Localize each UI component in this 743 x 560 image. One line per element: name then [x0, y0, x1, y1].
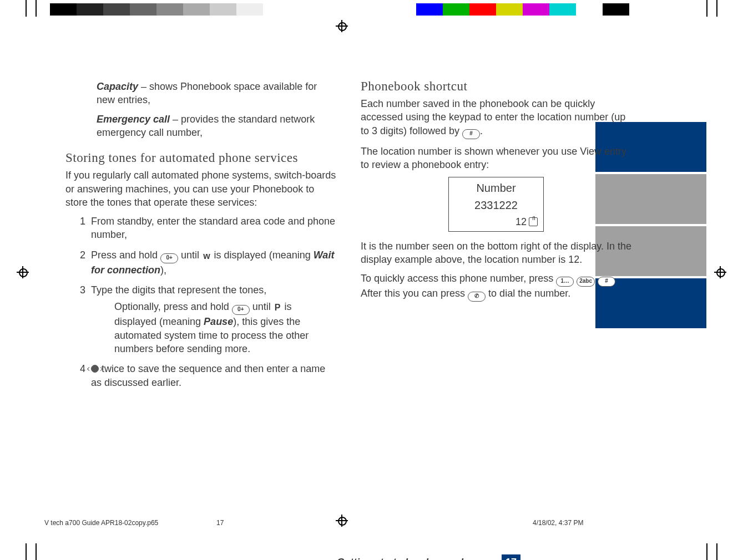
steps-list: From standby, enter the standard area co…	[65, 215, 336, 389]
registration-mark-icon	[336, 515, 348, 527]
step-3-sub: Optionally, press and hold 0+ until P is…	[91, 300, 336, 355]
step-3: Type the digits that represent the tones…	[80, 283, 336, 355]
screen-location: 12	[515, 215, 527, 228]
step-4-text: twice to save the sequence and then ente…	[91, 363, 325, 388]
shortcut-p1-end: .	[480, 125, 483, 136]
crop-line	[26, 0, 27, 17]
grayscale-bar	[50, 3, 263, 16]
page-number-badge: 17	[502, 554, 520, 560]
key-zero-icon: 0+	[160, 253, 178, 263]
crop-line	[36, 0, 37, 17]
step-2-end: ),	[160, 264, 166, 276]
slug-file: V tech a700 Guide APR18-02copy.p65	[44, 518, 158, 527]
slug-stamp: 4/18/02, 4:37 PM	[533, 518, 583, 527]
crop-line	[706, 0, 707, 17]
key-one-icon: 1…	[556, 277, 574, 287]
key-zero-icon: 0+	[232, 305, 250, 315]
slug-page: 17	[216, 518, 224, 527]
capacity-label: Capacity	[97, 81, 138, 92]
shortcut-p1: Each number saved in the phonebook can b…	[361, 97, 631, 139]
page-footer: Getting started and everyday use 17	[65, 554, 520, 560]
nav-dot-icon	[91, 365, 99, 373]
step-3-sub-mid: until	[252, 301, 274, 312]
step-1: From standby, enter the standard area co…	[80, 215, 336, 242]
shortcut-p3: It is the number seen on the bottom righ…	[361, 240, 631, 267]
footer-text: Getting started and everyday use	[337, 557, 494, 560]
shortcut-p4-pre: To quickly access this phone number, pre…	[361, 273, 556, 284]
registration-mark-icon	[336, 20, 348, 32]
registration-mark-icon	[714, 266, 726, 278]
phonebook-shortcut-heading: Phonebook shortcut	[361, 78, 631, 95]
wait-glyph-icon: w	[202, 250, 211, 262]
step-3-text: Type the digits that represent the tones…	[91, 284, 266, 296]
key-two-icon: 2abc	[577, 277, 595, 287]
capacity-item: Capacity – shows Phonebook space availab…	[65, 80, 336, 107]
crop-line	[706, 543, 707, 560]
step-3-sub-bold: Pause	[204, 316, 233, 327]
crop-line	[36, 543, 37, 560]
step-2-pre: Press and hold	[91, 250, 160, 261]
storing-tones-lead: If you regularly call automated phone sy…	[65, 169, 336, 209]
shortcut-p2: The location number is shown whenever yo…	[361, 145, 631, 172]
phonebook-icon	[529, 217, 538, 226]
emergency-item: Emergency call – provides the standard n…	[65, 113, 336, 140]
color-bar	[416, 3, 629, 16]
key-hash-icon: #	[598, 277, 615, 287]
step-4: twice to save the sequence and then ente…	[80, 362, 336, 389]
screen-number: 2331222	[454, 198, 538, 213]
shortcut-p4: To quickly access this phone number, pre…	[361, 272, 631, 302]
step-1-text: From standby, enter the standard area co…	[91, 216, 335, 240]
pause-glyph-icon: P	[274, 302, 282, 314]
step-2: Press and hold 0+ until w is displayed (…	[80, 248, 336, 277]
page-content: Capacity – shows Phonebook space availab…	[65, 78, 631, 396]
step-2-post: is displayed (meaning	[214, 250, 314, 261]
registration-mark-icon	[17, 266, 29, 278]
screen-title: Number	[454, 181, 538, 196]
shortcut-p4-end: to dial the number.	[488, 288, 570, 299]
crop-line	[716, 0, 717, 17]
crop-line	[26, 543, 27, 560]
phone-screen-box: Number 2331222 12	[448, 177, 544, 231]
right-column: Phonebook shortcut Each number saved in …	[361, 78, 631, 396]
key-call-icon: ✆	[468, 292, 486, 302]
emergency-label: Emergency call	[97, 114, 170, 125]
storing-tones-heading: Storing tones for automated phone servic…	[65, 149, 336, 166]
step-3-sub-pre: Optionally, press and hold	[114, 301, 232, 312]
crop-line	[716, 543, 717, 560]
shortcut-p1-pre: Each number saved in the phonebook can b…	[361, 98, 625, 136]
key-hash-icon: #	[462, 129, 480, 139]
left-column: Capacity – shows Phonebook space availab…	[65, 78, 336, 396]
step-2-mid: until	[181, 250, 202, 261]
